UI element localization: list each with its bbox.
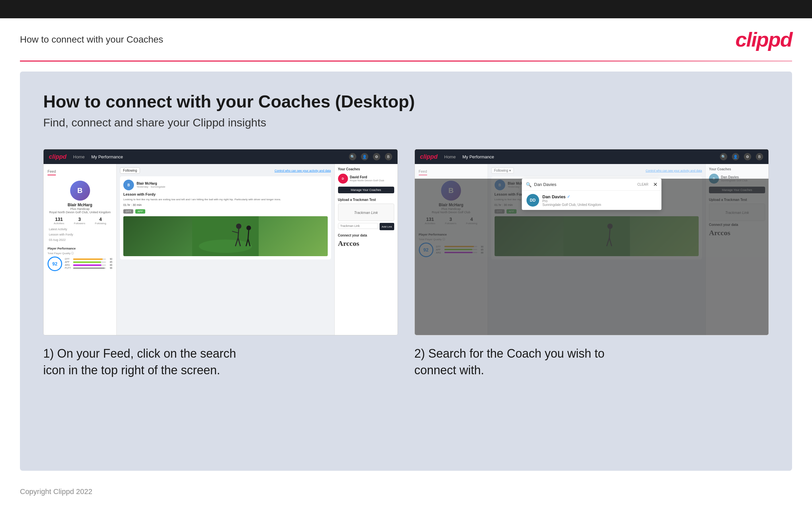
coaches-title: Your Coaches — [338, 167, 394, 171]
profile-handicap: Plus Handicap — [49, 207, 111, 211]
feed-label-right: Feed — [419, 169, 427, 175]
stat-followers: 3 Followers — [74, 217, 85, 225]
screenshot-col-left: clippd Home My Performance 🔍 👤 ⚙ B Feed — [43, 149, 398, 379]
lesson-user-name: Blair McHarg — [137, 182, 165, 185]
caption-left: 1) On your Feed, click on the search ico… — [43, 345, 398, 379]
player-perf-title: Player Performance — [48, 247, 112, 250]
page-title: How to connect with your Coaches — [20, 34, 163, 45]
player-perf-subtitle: Total Player Quality ⓘ — [48, 252, 112, 255]
latest-activity-label: Latest Activity — [49, 227, 111, 231]
ott-button[interactable]: OTT — [123, 209, 133, 214]
result-name: Dan Davies — [542, 194, 566, 199]
coach-item: D David Ford Royal North Devon Golf Club — [338, 174, 394, 184]
score-bar-ott: OTT 90 — [65, 258, 112, 260]
svg-point-2 — [236, 223, 241, 229]
result-info: Dan Davies ✓ Pro Sunningdale Golf Club, … — [542, 194, 601, 207]
coach-info: David Ford Royal North Devon Golf Club — [350, 175, 384, 182]
mock-body-left: Feed B Blair McHarg Plus Handicap Royal … — [44, 164, 397, 335]
mock-nav-left: clippd Home My Performance 🔍 👤 ⚙ B — [44, 150, 397, 164]
trackman-input[interactable] — [338, 223, 379, 229]
settings-icon-nav-right[interactable]: ⚙ — [744, 153, 751, 160]
user-icon-nav-right[interactable]: 👤 — [732, 153, 739, 160]
quality-score: 92 OTT 90 APP 85 — [48, 256, 112, 271]
header-divider — [20, 60, 792, 61]
coach-avatar: D — [338, 174, 348, 184]
mock-body-right: Feed B Blair McHarg Plus Handicap Royal … — [415, 164, 769, 335]
close-button[interactable]: ✕ — [653, 181, 658, 187]
coach-club: Royal North Devon Golf Club — [350, 179, 384, 182]
mock-nav-performance-right: My Performance — [462, 154, 494, 159]
section-title: How to connect with your Coaches (Deskto… — [43, 91, 769, 112]
top-bar — [0, 0, 812, 18]
stat-following: 4 Following — [95, 217, 106, 225]
lesson-user-avatar: B — [123, 180, 134, 190]
lesson-image — [123, 216, 328, 256]
following-bar: Following Control who can see your activ… — [120, 167, 331, 174]
search-input-display[interactable]: Dan Davies — [534, 182, 635, 187]
latest-activity-date: 03 Aug 2022 — [49, 238, 111, 242]
score-circle: 92 — [48, 256, 62, 271]
connect-title: Connect your data — [338, 234, 394, 237]
avatar-nav[interactable]: B — [385, 153, 392, 160]
search-result-item[interactable]: DD Dan Davies ✓ Pro Sunningdale Golf Clu… — [522, 190, 661, 210]
stat-num-following: 4 — [95, 217, 106, 222]
app-button[interactable]: APP — [135, 209, 145, 214]
search-icon-nav-right[interactable]: 🔍 — [720, 153, 727, 160]
search-icon-nav[interactable]: 🔍 — [349, 153, 356, 160]
svg-point-7 — [246, 225, 251, 230]
add-link-button[interactable]: Add Link — [380, 223, 394, 230]
mock-logo-right: clippd — [420, 153, 438, 160]
score-bar-arg: ARG 86 — [65, 264, 112, 266]
screenshot-col-right: clippd Home My Performance 🔍 👤 ⚙ B — [415, 149, 769, 379]
stat-activities: 131 Activities — [54, 217, 64, 225]
feed-area: Following Control who can see your activ… — [117, 164, 334, 335]
result-club: Sunningdale Golf Club, United Kingdom — [542, 203, 601, 207]
user-icon-nav[interactable]: 👤 — [361, 153, 368, 160]
manage-coaches-button[interactable]: Manage Your Coaches — [338, 186, 394, 193]
upload-title: Upload a Trackman Test — [338, 198, 394, 202]
svg-point-1 — [199, 240, 252, 253]
control-link[interactable]: Control who can see your activity and da… — [275, 169, 331, 172]
lesson-card: B Blair McHarg Yesterday · Sunningdale L… — [120, 176, 331, 259]
mock-nav-icons-right: 🔍 👤 ⚙ B — [720, 153, 763, 160]
lesson-card-header: B Blair McHarg Yesterday · Sunningdale — [123, 180, 328, 190]
avatar-nav-right[interactable]: B — [756, 153, 763, 160]
right-coaches-panel: Your Coaches D David Ford Royal North De… — [334, 164, 397, 335]
score-bar-putt: PUTT 96 — [65, 267, 112, 269]
result-role: Pro — [542, 199, 601, 203]
clear-button[interactable]: CLEAR — [637, 183, 648, 186]
screenshot-frame-left: clippd Home My Performance 🔍 👤 ⚙ B Feed — [43, 149, 398, 335]
search-input-row: 🔍 Dan Davies CLEAR ✕ — [522, 179, 661, 190]
feed-label: Feed — [48, 169, 56, 175]
profile-name: Blair McHarg — [49, 203, 111, 207]
profile-stats: 131 Activities 3 Followers 4 Following — [49, 217, 111, 225]
mock-nav-right: clippd Home My Performance 🔍 👤 ⚙ B — [415, 150, 769, 164]
settings-icon-nav[interactable]: ⚙ — [373, 153, 380, 160]
lesson-duration: 01 hr : 30 min — [123, 203, 328, 207]
lesson-buttons: OTT APP — [123, 209, 328, 214]
copyright-text: Copyright Clippd 2022 — [20, 488, 92, 496]
section-subtitle: Find, connect and share your Clippd insi… — [43, 116, 769, 129]
profile-card: B Blair McHarg Plus Handicap Royal North… — [48, 178, 112, 244]
main-content: How to connect with your Coaches (Deskto… — [20, 72, 792, 471]
screenshot-frame-right: clippd Home My Performance 🔍 👤 ⚙ B — [415, 149, 769, 335]
mock-nav-performance: My Performance — [91, 154, 123, 159]
caption-right: 2) Search for the Coach you wish to conn… — [415, 345, 769, 379]
search-icon: 🔍 — [526, 182, 531, 187]
result-avatar: DD — [526, 194, 539, 207]
clippd-logo: clippd — [735, 28, 792, 51]
svg-line-8 — [248, 230, 249, 239]
lesson-desc: Looking to feel like my hands are exitin… — [123, 198, 328, 201]
footer: Copyright Clippd 2022 — [0, 481, 812, 503]
mock-logo-left: clippd — [49, 153, 66, 160]
screenshots-row: clippd Home My Performance 🔍 👤 ⚙ B Feed — [43, 149, 769, 379]
coach-name: David Ford — [350, 175, 384, 179]
following-button[interactable]: Following — [120, 167, 140, 174]
stat-num-followers: 3 — [74, 217, 85, 222]
left-panel: Feed B Blair McHarg Plus Handicap Royal … — [44, 164, 117, 335]
profile-club: Royal North Devon Golf Club, United King… — [49, 211, 111, 214]
trackman-box: Trackman Link — [338, 204, 394, 221]
stat-label-followers: Followers — [74, 222, 85, 225]
lesson-title: Lesson with Fordy — [123, 192, 328, 196]
stat-label-activities: Activities — [54, 222, 64, 225]
